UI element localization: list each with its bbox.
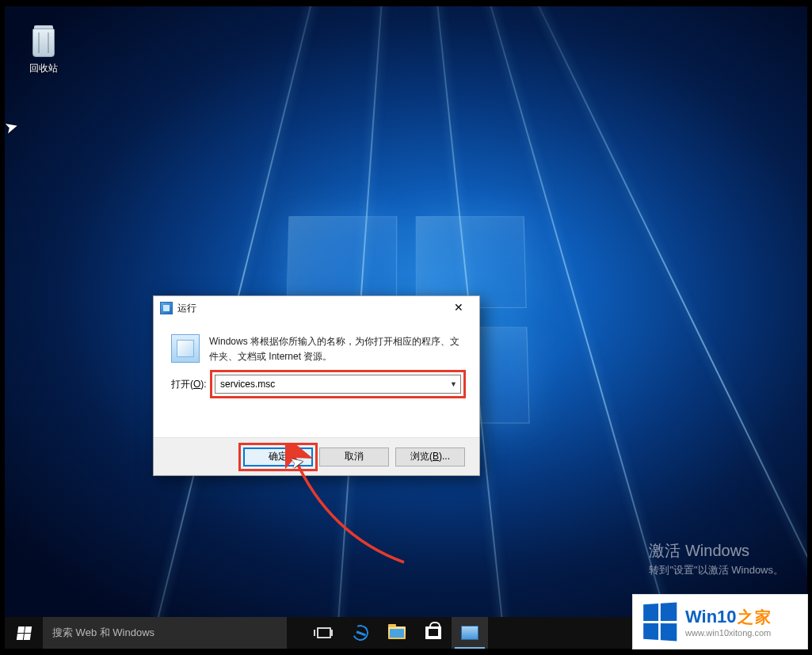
open-label: 打开(O): <box>171 378 214 391</box>
run-app-taskbar-button[interactable] <box>452 617 488 649</box>
badge-brand: Win10之家 <box>685 607 772 628</box>
run-dialog: 运行 ✕ Windows 将根据你所输入的名称，为你打开相应的程序、文件夹、文档… <box>153 295 480 476</box>
badge-logo-icon <box>643 603 677 642</box>
open-input[interactable] <box>215 375 461 394</box>
browse-button[interactable]: 浏览(B)... <box>395 447 465 466</box>
watermark-badge: Win10之家 www.win10xitong.com <box>633 595 807 649</box>
run-description: Windows 将根据你所输入的名称，为你打开相应的程序、文件夹、文档或 Int… <box>209 334 462 364</box>
taskbar-search-input[interactable]: 搜索 Web 和 Windows <box>43 617 287 649</box>
run-dialog-icon <box>160 302 173 314</box>
cancel-button[interactable]: 取消 <box>319 447 389 466</box>
windows-logo-icon <box>16 626 31 640</box>
run-app-icon <box>461 626 478 640</box>
folder-icon <box>388 626 406 639</box>
trash-icon <box>28 24 59 59</box>
cursor-icon: ➤ <box>5 116 21 138</box>
store-icon <box>425 626 441 639</box>
recycle-bin-icon[interactable]: 回收站 <box>17 24 70 75</box>
task-view-icon <box>317 627 331 638</box>
ok-button[interactable]: 确定 <box>243 447 313 466</box>
dialog-button-row: 确定 取消 浏览(B)... <box>154 437 479 475</box>
watermark-title: 激活 Windows <box>649 540 783 562</box>
recycle-bin-label: 回收站 <box>17 62 70 75</box>
watermark-subtitle: 转到"设置"以激活 Windows。 <box>649 563 783 577</box>
edge-browser-button[interactable] <box>342 617 379 649</box>
run-body-icon <box>171 334 200 363</box>
open-input-highlight: ▼ <box>214 374 462 394</box>
close-button[interactable]: ✕ <box>443 299 475 318</box>
run-dialog-title: 运行 <box>177 302 443 315</box>
run-dialog-titlebar[interactable]: 运行 ✕ <box>154 296 479 320</box>
badge-url: www.win10xitong.com <box>685 628 772 638</box>
search-placeholder: 搜索 Web 和 Windows <box>52 626 154 640</box>
task-view-button[interactable] <box>306 617 342 649</box>
close-icon: ✕ <box>454 301 463 314</box>
activation-watermark: 激活 Windows 转到"设置"以激活 Windows。 <box>649 540 783 577</box>
start-button[interactable] <box>5 617 43 649</box>
edge-icon <box>350 623 371 643</box>
file-explorer-button[interactable] <box>379 617 415 649</box>
store-button[interactable] <box>415 617 452 649</box>
